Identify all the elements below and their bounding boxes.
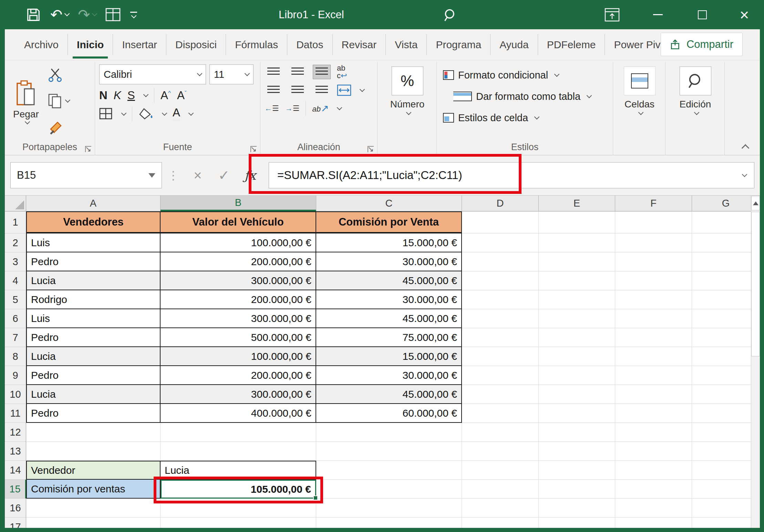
tab-power-pivot[interactable]: Power Piv xyxy=(605,34,669,55)
align-top-button[interactable] xyxy=(265,65,282,79)
cell[interactable] xyxy=(692,309,760,328)
cell[interactable]: 200.000,00 € xyxy=(161,366,316,385)
cell[interactable]: 100.000,00 € xyxy=(161,347,316,366)
cell[interactable] xyxy=(462,211,539,233)
cell[interactable] xyxy=(462,233,539,252)
cell[interactable] xyxy=(462,518,539,528)
cell[interactable] xyxy=(692,499,760,518)
cell[interactable] xyxy=(692,518,760,528)
cell[interactable] xyxy=(692,366,760,385)
tab-insertar[interactable]: Insertar xyxy=(113,34,166,55)
cell[interactable] xyxy=(316,461,462,480)
align-middle-button[interactable] xyxy=(289,65,307,79)
borders-button[interactable] xyxy=(99,108,113,120)
customize-qat-button[interactable] xyxy=(130,12,137,18)
cell[interactable] xyxy=(26,499,161,518)
column-header-a[interactable]: A xyxy=(26,196,161,211)
cell[interactable] xyxy=(615,385,692,404)
cell[interactable] xyxy=(539,442,615,461)
tab-datos[interactable]: Datos xyxy=(287,34,332,55)
cell[interactable] xyxy=(462,499,539,518)
cell[interactable]: 300.000,00 € xyxy=(161,385,316,404)
align-right-button[interactable] xyxy=(313,83,331,97)
cell[interactable] xyxy=(692,347,760,366)
wrap-text-button[interactable]: abc↩ xyxy=(337,64,347,80)
cell[interactable] xyxy=(462,271,539,290)
cell[interactable]: 400.000,00 € xyxy=(161,404,316,423)
collapse-ribbon-icon[interactable] xyxy=(742,144,750,152)
underline-button[interactable]: S xyxy=(127,89,135,102)
cell[interactable] xyxy=(615,271,692,290)
row-header-selected[interactable]: 15 xyxy=(5,480,26,499)
fill-color-dropdown-icon[interactable] xyxy=(162,110,167,116)
row-header[interactable]: 2 xyxy=(5,233,26,252)
cell[interactable] xyxy=(462,290,539,309)
dialog-launcher-icon[interactable]: ↘ xyxy=(250,146,257,152)
row-header[interactable]: 11 xyxy=(5,404,26,423)
maximize-button[interactable] xyxy=(693,0,712,29)
cell[interactable] xyxy=(692,328,760,347)
cell[interactable] xyxy=(161,499,316,518)
cell[interactable] xyxy=(692,271,760,290)
cell[interactable] xyxy=(462,423,539,442)
cell[interactable]: 30.000,00 € xyxy=(316,366,462,385)
insert-function-button[interactable]: ƒx xyxy=(237,162,263,188)
format-as-table-button[interactable]: Dar formato como tabla xyxy=(443,86,609,107)
column-header-e[interactable]: E xyxy=(539,196,615,211)
cell[interactable] xyxy=(615,442,692,461)
cell[interactable] xyxy=(539,211,615,233)
row-header[interactable]: 14 xyxy=(5,461,26,480)
cell[interactable] xyxy=(615,461,692,480)
cell[interactable] xyxy=(316,442,462,461)
cell[interactable]: 30.000,00 € xyxy=(316,252,462,271)
scroll-up-button[interactable] xyxy=(751,196,760,210)
row-header[interactable]: 8 xyxy=(5,347,26,366)
tab-revisar[interactable]: Revisar xyxy=(333,34,386,55)
share-button[interactable]: Compartir xyxy=(661,33,743,56)
merge-center-button[interactable] xyxy=(337,84,351,96)
cell[interactable]: Pedro xyxy=(26,252,161,271)
cell[interactable] xyxy=(539,328,615,347)
row-header[interactable]: 3 xyxy=(5,252,26,271)
cell[interactable] xyxy=(615,518,692,528)
row-header[interactable]: 10 xyxy=(5,385,26,404)
cell[interactable] xyxy=(539,499,615,518)
cell-a15[interactable]: Comisión por ventas xyxy=(26,480,161,499)
orientation-button[interactable]: ab↗ xyxy=(312,104,329,113)
cell[interactable] xyxy=(692,404,760,423)
tab-archivo[interactable]: Archivo xyxy=(15,34,68,55)
cell[interactable] xyxy=(615,328,692,347)
cell[interactable] xyxy=(539,461,615,480)
tab-formulas[interactable]: Fórmulas xyxy=(226,34,287,55)
copy-button[interactable] xyxy=(48,92,70,110)
table-borders-quick-button[interactable] xyxy=(105,8,121,22)
column-header-c[interactable]: C xyxy=(316,196,462,211)
undo-button[interactable]: ↶ xyxy=(50,8,69,22)
vertical-scrollbar[interactable] xyxy=(751,196,760,528)
cell[interactable] xyxy=(615,309,692,328)
cell[interactable] xyxy=(539,347,615,366)
cell-a14[interactable]: Vendedor xyxy=(26,461,161,480)
row-header[interactable]: 17 xyxy=(5,518,26,528)
cell[interactable]: 500.000,00 € xyxy=(161,328,316,347)
cell[interactable] xyxy=(26,518,161,528)
enter-button[interactable]: ✓ xyxy=(211,162,237,188)
tab-pdfelement[interactable]: PDFeleme xyxy=(538,34,605,55)
edicion-button[interactable] xyxy=(680,66,711,95)
cell[interactable]: 15.000,00 € xyxy=(316,347,462,366)
column-header-b[interactable]: B xyxy=(161,196,316,211)
cell[interactable] xyxy=(692,385,760,404)
tab-ayuda[interactable]: Ayuda xyxy=(491,34,538,55)
formula-input[interactable]: =SUMAR.SI(A2:A11;"Lucia";C2:C11) xyxy=(269,162,754,188)
cell[interactable] xyxy=(615,404,692,423)
column-header-g[interactable]: G xyxy=(692,196,760,211)
paste-dropdown-icon[interactable] xyxy=(25,119,30,125)
tab-vista[interactable]: Vista xyxy=(386,34,427,55)
cell[interactable] xyxy=(539,233,615,252)
cell[interactable] xyxy=(462,366,539,385)
cut-button[interactable] xyxy=(48,66,70,84)
bold-button[interactable]: N xyxy=(99,89,107,102)
select-all-corner[interactable] xyxy=(5,196,26,211)
cell[interactable]: Luis xyxy=(26,233,161,252)
cell[interactable] xyxy=(692,461,760,480)
